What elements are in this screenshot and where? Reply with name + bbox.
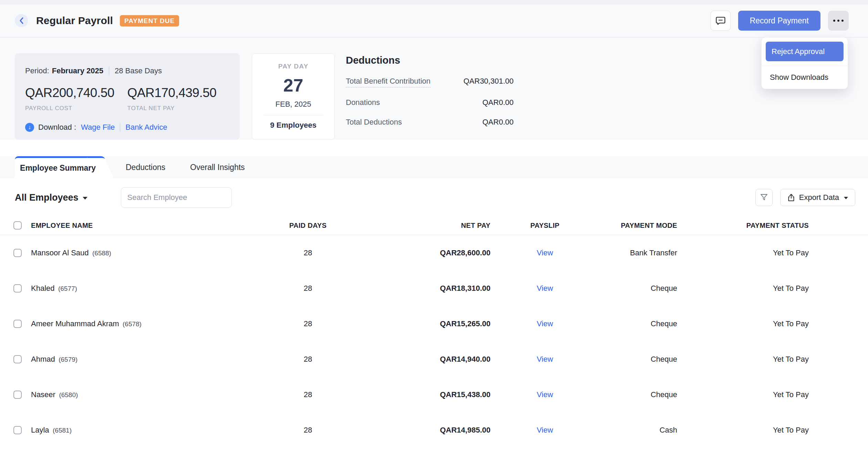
employee-id: (6581): [53, 427, 72, 434]
payment-status-value: Yet To Pay: [706, 284, 868, 293]
bank-advice-link[interactable]: Bank Advice: [125, 123, 167, 132]
payslip-view-link[interactable]: View: [537, 284, 553, 293]
divider: [120, 123, 120, 132]
table-row[interactable]: Layla (6581) 28 QAR14,985.00 View Cash Y…: [0, 412, 868, 448]
employee-name: Mansoor Al Saud: [31, 248, 89, 257]
row-checkbox[interactable]: [13, 355, 22, 363]
row-checkbox[interactable]: [13, 426, 22, 434]
employee-name: Ameer Muhammad Akram: [31, 319, 119, 328]
net-pay-value: QAR14,985.00: [360, 426, 504, 435]
column-net-pay: NET PAY: [360, 222, 504, 230]
payslip-view-link[interactable]: View: [537, 390, 553, 399]
divider: [264, 115, 323, 115]
table-row[interactable]: Naseer (6580) 28 QAR15,438.00 View Chequ…: [0, 377, 868, 412]
payment-status-value: Yet To Pay: [706, 390, 868, 399]
back-button[interactable]: [15, 14, 28, 27]
status-badge: PAYMENT DUE: [120, 15, 179, 26]
net-pay-value: QAR14,940.00: [360, 355, 504, 364]
employee-id: (6579): [59, 356, 78, 363]
comment-icon: [716, 16, 725, 25]
deductions-title: Deductions: [346, 55, 514, 66]
table-row[interactable]: Mansoor Al Saud (6588) 28 QAR28,600.00 V…: [0, 235, 868, 270]
comment-button[interactable]: [711, 11, 731, 31]
base-days: 28 Base Days: [115, 66, 162, 75]
payroll-summary-card: Period: February 2025 28 Base Days QAR20…: [15, 53, 240, 140]
wage-file-link[interactable]: Wage File: [81, 123, 115, 132]
payroll-cost-block: QAR200,740.50 PAYROLL COST: [25, 86, 127, 112]
deduction-label-total-deductions: Total Deductions: [346, 118, 402, 127]
deduction-row: Donations QAR0.00: [346, 98, 514, 107]
employee-filter-dropdown[interactable]: All Employees: [15, 192, 87, 203]
row-checkbox[interactable]: [13, 284, 22, 293]
payment-mode-value: Cheque: [586, 319, 706, 328]
amounts-row: QAR200,740.50 PAYROLL COST QAR170,439.50…: [25, 86, 229, 112]
paid-days-value: 28: [256, 248, 360, 257]
row-checkbox[interactable]: [13, 320, 22, 328]
dot: [833, 20, 835, 22]
select-all-checkbox[interactable]: [13, 221, 22, 230]
record-payment-button[interactable]: Record Payment: [738, 11, 820, 31]
payday-employee-count: 9 Employees: [270, 121, 317, 130]
column-employee-name: EMPLOYEE NAME: [22, 222, 256, 230]
employee-name: Khaled: [31, 284, 55, 293]
divider: [109, 66, 109, 75]
download-row: ↓ Download : Wage File Bank Advice: [25, 123, 229, 132]
payment-mode-value: Bank Transfer: [586, 248, 706, 257]
net-pay-value: QAR15,438.00: [360, 390, 504, 399]
paid-days-value: 28: [256, 426, 360, 435]
tab-deductions[interactable]: Deductions: [126, 163, 165, 178]
payroll-cost-label: PAYROLL COST: [25, 105, 127, 112]
deduction-value: QAR30,301.00: [463, 77, 514, 86]
total-net-pay-label: TOTAL NET PAY: [127, 105, 230, 112]
column-paid-days: PAID DAYS: [256, 222, 360, 230]
payment-mode-value: Cheque: [586, 284, 706, 293]
table-row[interactable]: Khaled (6577) 28 QAR18,310.00 View Chequ…: [0, 270, 868, 306]
paid-days-value: 28: [256, 284, 360, 293]
tab-bar: Employee Summary Deductions Overall Insi…: [0, 156, 868, 178]
tab-employee-summary[interactable]: Employee Summary: [15, 156, 101, 178]
employee-table-body: Mansoor Al Saud (6588) 28 QAR28,600.00 V…: [0, 235, 868, 448]
employee-name: Ahmad: [31, 355, 55, 363]
search-employee-input[interactable]: [127, 193, 227, 202]
funnel-icon: [760, 193, 768, 202]
column-payment-status: PAYMENT STATUS: [706, 222, 868, 230]
tab-content: All Employees Export Data: [0, 178, 868, 448]
payslip-view-link[interactable]: View: [537, 426, 553, 434]
payment-status-value: Yet To Pay: [706, 319, 868, 328]
deduction-label-donations: Donations: [346, 98, 380, 107]
net-pay-value: QAR15,265.00: [360, 319, 504, 328]
column-payment-mode: PAYMENT MODE: [586, 222, 706, 230]
period-row: Period: February 2025 28 Base Days: [25, 66, 229, 75]
filter-row: All Employees Export Data: [0, 178, 868, 208]
payment-mode-value: Cash: [586, 426, 706, 435]
deduction-row: Total Benefit Contribution QAR30,301.00: [346, 77, 514, 87]
filter-actions: Export Data: [755, 189, 855, 206]
download-icon: ↓: [25, 123, 34, 132]
payment-status-value: Yet To Pay: [706, 248, 868, 257]
payslip-view-link[interactable]: View: [537, 248, 553, 257]
total-net-pay-block: QAR170,439.50 TOTAL NET PAY: [127, 86, 230, 112]
filter-button[interactable]: [755, 189, 773, 206]
more-options-button[interactable]: [828, 11, 849, 31]
table-row[interactable]: Ahmad (6579) 28 QAR14,940.00 View Cheque…: [0, 341, 868, 377]
paid-days-value: 28: [256, 355, 360, 364]
column-payslip: PAYSLIP: [504, 222, 586, 230]
deduction-label-total-benefit[interactable]: Total Benefit Contribution: [346, 77, 431, 87]
menu-item-show-downloads[interactable]: Show Downloads: [762, 66, 848, 83]
row-checkbox[interactable]: [13, 391, 22, 399]
employee-name: Naseer: [31, 390, 55, 399]
payment-status-value: Yet To Pay: [706, 355, 868, 364]
export-data-button[interactable]: Export Data: [780, 189, 855, 206]
net-pay-value: QAR18,310.00: [360, 284, 504, 293]
search-employee-box[interactable]: [121, 187, 232, 208]
table-row[interactable]: Ameer Muhammad Akram (6578) 28 QAR15,265…: [0, 306, 868, 341]
deductions-panel: Deductions Total Benefit Contribution QA…: [346, 53, 514, 127]
menu-item-reject-approval[interactable]: Reject Approval: [766, 42, 844, 61]
payslip-view-link[interactable]: View: [537, 355, 553, 363]
top-strip: [0, 0, 868, 4]
payslip-view-link[interactable]: View: [537, 319, 553, 328]
net-pay-value: QAR28,600.00: [360, 248, 504, 257]
payroll-cost-value: QAR200,740.50: [25, 86, 127, 100]
tab-overall-insights[interactable]: Overall Insights: [190, 163, 245, 178]
row-checkbox[interactable]: [13, 249, 22, 257]
